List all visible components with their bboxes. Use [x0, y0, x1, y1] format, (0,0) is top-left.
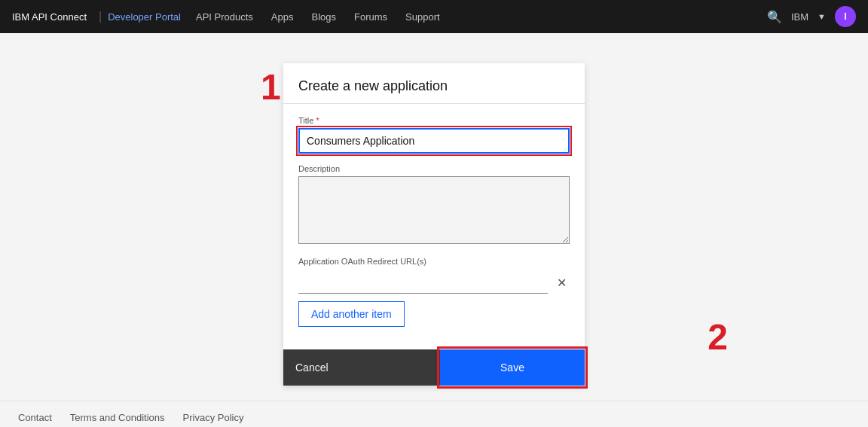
nav-forums[interactable]: Forums — [354, 11, 387, 23]
brand-name: IBM API Connect — [12, 11, 93, 23]
description-textarea[interactable] — [298, 176, 570, 244]
nav-divider: | — [93, 10, 108, 23]
nav-right: 🔍 IBM ▼ I — [767, 6, 856, 27]
oauth-input[interactable] — [298, 272, 548, 294]
dialog-footer: Cancel Save — [283, 349, 585, 386]
nav-links: API Products Apps Blogs Forums Support — [196, 11, 767, 23]
oauth-input-row: ✕ — [298, 272, 570, 294]
footer-terms[interactable]: Terms and Conditions — [70, 412, 165, 423]
description-label: Description — [298, 164, 570, 173]
nav-blogs[interactable]: Blogs — [312, 11, 337, 23]
nav-apps[interactable]: Apps — [271, 11, 294, 23]
portal-link[interactable]: Developer Portal — [108, 11, 196, 23]
navbar: IBM API Connect | Developer Portal API P… — [0, 0, 868, 33]
step-1-indicator: 1 — [261, 69, 281, 105]
nav-support[interactable]: Support — [405, 11, 440, 23]
footer-contact[interactable]: Contact — [18, 412, 52, 423]
avatar[interactable]: I — [835, 6, 856, 27]
dialog-header: Create a new application — [283, 63, 585, 104]
search-icon[interactable]: 🔍 — [767, 10, 782, 24]
save-button[interactable]: Save — [440, 349, 585, 386]
cancel-button[interactable]: Cancel — [283, 349, 440, 386]
required-marker: * — [313, 116, 319, 125]
title-input[interactable] — [298, 128, 570, 154]
dialog-title: Create a new application — [298, 78, 570, 94]
title-input-wrapper — [298, 128, 570, 154]
step-2-indicator: 2 — [708, 319, 728, 355]
oauth-label: Application OAuth Redirect URL(s) — [298, 257, 570, 266]
description-field-group: Description — [298, 164, 570, 246]
add-another-item-button[interactable]: Add another item — [298, 301, 405, 327]
oauth-field-group: Application OAuth Redirect URL(s) ✕ Add … — [298, 257, 570, 339]
footer-privacy[interactable]: Privacy Policy — [183, 412, 244, 423]
create-application-dialog: Create a new application Title * Descrip… — [283, 63, 585, 386]
chevron-down-icon[interactable]: ▼ — [818, 12, 826, 21]
main-content: 1 Create a new application Title * Descr… — [0, 33, 868, 401]
nav-api-products[interactable]: API Products — [196, 11, 253, 23]
title-field-group: Title * — [298, 116, 570, 154]
dialog-body: Title * Description Application OAuth Re… — [283, 104, 585, 339]
nav-username: IBM — [791, 11, 808, 23]
title-label: Title * — [298, 116, 570, 125]
oauth-clear-button[interactable]: ✕ — [554, 276, 570, 290]
page-footer: Contact Terms and Conditions Privacy Pol… — [0, 401, 868, 427]
